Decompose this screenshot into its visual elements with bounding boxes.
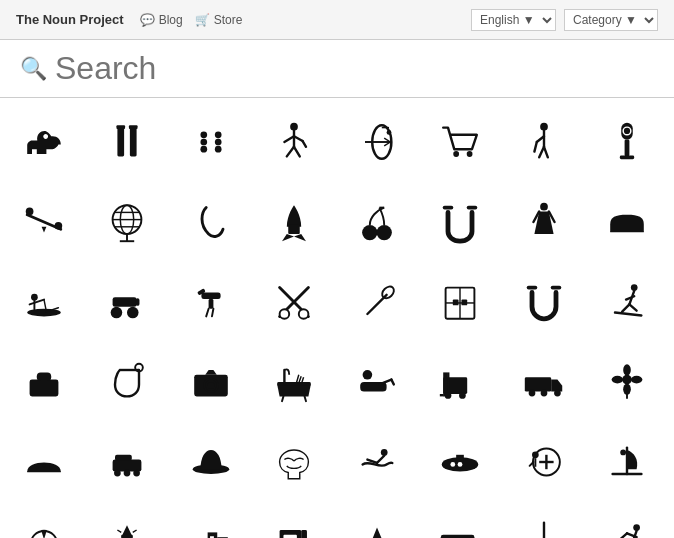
svg-rect-68 [201,292,220,299]
svg-line-103 [299,376,301,383]
svg-point-117 [540,390,547,397]
svg-rect-1 [130,128,137,157]
icon-flower[interactable] [587,342,667,422]
svg-line-13 [294,147,300,157]
svg-rect-33 [620,155,634,159]
svg-line-136 [377,456,384,463]
icon-caravan[interactable] [420,502,500,538]
svg-line-102 [296,375,298,383]
icon-elderly-person[interactable] [504,102,584,182]
blog-link[interactable]: 💬 Blog [140,13,183,27]
icon-brain[interactable] [254,422,334,502]
svg-point-120 [623,364,631,376]
icon-person-jumping[interactable] [587,502,667,538]
svg-point-24 [467,151,473,157]
icon-magnet[interactable] [504,262,584,342]
icon-windmill[interactable] [504,502,584,538]
svg-line-100 [304,396,305,401]
svg-line-157 [118,530,122,532]
svg-point-106 [363,370,373,380]
logo: The Noun Project [16,12,124,27]
svg-line-89 [615,313,641,316]
svg-line-27 [539,147,544,158]
icon-horseshoe[interactable] [420,182,500,262]
svg-point-8 [200,139,207,146]
icon-city-buildings[interactable] [171,502,251,538]
svg-point-38 [55,222,63,230]
icon-badminton[interactable] [337,262,417,342]
svg-marker-36 [42,227,47,233]
icon-rocket[interactable] [254,182,334,262]
svg-rect-90 [30,380,59,397]
icon-camera[interactable] [171,342,251,422]
svg-point-96 [207,382,214,389]
svg-point-116 [528,390,535,397]
icon-massage[interactable] [337,342,417,422]
header-nav: 💬 Blog 🛒 Store [140,13,471,27]
icon-banana[interactable] [171,182,251,262]
store-link[interactable]: 🛒 Store [195,13,243,27]
svg-line-30 [534,142,536,152]
icon-roller-skate[interactable] [87,422,167,502]
icon-watermelon[interactable] [4,422,84,502]
icon-hat[interactable] [171,422,251,502]
svg-line-16 [302,141,305,147]
svg-point-7 [214,146,221,153]
svg-point-141 [458,462,463,467]
svg-line-15 [294,136,303,141]
search-bar: 🔍 [0,40,674,98]
icon-lighthouse[interactable] [87,502,167,538]
svg-point-66 [127,307,139,319]
icon-cherries[interactable] [337,182,417,262]
svg-point-112 [445,392,452,399]
icon-archery[interactable] [337,102,417,182]
svg-rect-130 [115,455,132,461]
svg-line-189 [620,533,627,538]
icon-dots-grid[interactable] [171,102,251,182]
icon-windsurfer[interactable] [587,422,667,502]
svg-point-23 [454,151,460,157]
category-select[interactable]: Category ▼ [564,9,658,31]
icon-swimmer[interactable] [337,422,417,502]
svg-rect-46 [288,224,300,234]
header: The Noun Project 💬 Blog 🛒 Store English … [0,0,674,40]
icon-truck[interactable] [504,342,584,422]
svg-rect-69 [208,299,213,309]
icon-bathtub[interactable] [254,342,334,422]
icon-bottles[interactable] [87,102,167,182]
icon-forklift[interactable] [420,342,500,422]
icon-globe[interactable] [87,182,167,262]
svg-rect-67 [136,298,140,306]
icon-gas-pump[interactable] [254,502,334,538]
icon-safety-pin[interactable] [87,342,167,422]
icon-walking-person[interactable] [254,102,334,182]
svg-point-122 [611,376,623,384]
icon-submarine[interactable] [420,422,500,502]
svg-rect-64 [113,297,137,307]
header-right: English ▼ Category ▼ [471,9,658,31]
icon-parking-meter[interactable] [587,102,667,182]
icon-faucet[interactable] [171,262,251,342]
icon-rowing[interactable] [4,262,84,342]
icon-cannon[interactable] [87,262,167,342]
icon-seesaw[interactable] [4,182,84,262]
svg-point-140 [451,462,456,467]
icon-airplane[interactable] [337,502,417,538]
icon-grid [0,98,674,538]
icon-person-dress[interactable] [504,182,584,262]
language-select[interactable]: English ▼ [471,9,556,31]
search-input[interactable] [55,50,654,87]
icon-locker[interactable] [420,262,500,342]
icon-skier[interactable] [587,262,667,342]
icon-scissors[interactable] [254,262,334,342]
svg-point-4 [200,131,207,138]
svg-point-54 [540,203,548,211]
svg-point-145 [532,451,539,458]
icon-first-aid[interactable] [504,422,584,502]
icon-bread[interactable] [587,182,667,262]
icon-shopping-cart[interactable] [420,102,500,182]
icon-radiation[interactable] [4,502,84,538]
icon-camel[interactable] [4,102,84,182]
icon-weight[interactable] [4,342,84,422]
svg-point-37 [26,208,34,216]
